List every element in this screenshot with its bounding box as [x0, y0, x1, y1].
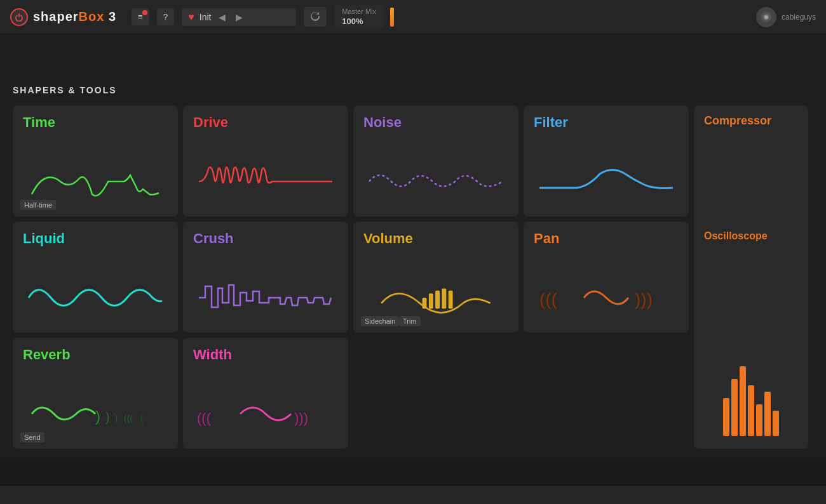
shapers-grid: Time Half-time Drive Noise — [13, 105, 813, 449]
tile-crush-label: Crush — [193, 230, 338, 247]
tile-volume-label: Volume — [363, 230, 508, 247]
tile-noise[interactable]: Noise — [353, 105, 518, 216]
svg-rect-4 — [429, 293, 433, 308]
svg-rect-5 — [435, 291, 440, 308]
svg-text:(((: ((( — [124, 413, 133, 423]
tile-noise-graphic — [363, 159, 508, 204]
svg-text:): ) — [105, 410, 110, 424]
svg-rect-6 — [442, 288, 446, 308]
svg-text:(: ( — [140, 410, 144, 424]
master-mix-bar — [390, 8, 394, 27]
tile-time[interactable]: Time Half-time — [13, 105, 178, 216]
tile-time-graphic — [23, 159, 168, 204]
master-mix: Master Mix 100% — [334, 5, 384, 29]
cableguys-label: cableguys — [782, 13, 816, 22]
tile-volume[interactable]: Volume Sidechain Trim — [353, 222, 518, 333]
favorite-icon: ♥ — [188, 11, 194, 23]
svg-text:(((: ((( — [539, 289, 558, 309]
tile-liquid-graphic — [23, 275, 168, 320]
tile-volume-tag-trim: Trim — [399, 316, 421, 326]
refresh-button[interactable] — [304, 7, 327, 27]
tile-filter[interactable]: Filter — [524, 105, 689, 216]
tile-pan-label: Pan — [534, 230, 679, 247]
tile-volume-graphic — [363, 275, 508, 320]
tile-liquid-label: Liquid — [23, 230, 168, 247]
cableguys-logo — [756, 7, 776, 27]
master-mix-label: Master Mix — [342, 8, 376, 15]
tile-drive-graphic — [193, 159, 338, 204]
notification-badge — [142, 10, 147, 15]
master-mix-container: Master Mix 100% — [334, 5, 394, 29]
svg-text:): ) — [114, 413, 118, 423]
help-icon: ? — [163, 12, 168, 22]
tile-time-label: Time — [23, 114, 168, 131]
tile-liquid[interactable]: Liquid — [13, 222, 178, 333]
cableguys-branding: cableguys — [756, 7, 816, 27]
tile-compressor-label: Compressor — [704, 114, 798, 128]
master-mix-value: 100% — [342, 17, 363, 26]
tile-filter-graphic — [534, 159, 679, 204]
tile-reverb-label: Reverb — [23, 347, 168, 363]
footer — [0, 485, 826, 504]
svg-rect-3 — [423, 298, 427, 308]
svg-rect-7 — [449, 291, 453, 308]
tile-width[interactable]: Width ((( ))) — [183, 338, 348, 449]
svg-point-2 — [765, 16, 768, 18]
tile-drive-label: Drive — [193, 114, 338, 131]
svg-text:))): ))) — [294, 410, 308, 426]
header: shaperBox 3 ≡ ? ♥ Init ◀ ▶ Master Mix 10… — [0, 0, 826, 34]
tile-noise-label: Noise — [363, 114, 508, 131]
tile-width-graphic: ((( ))) — [193, 392, 338, 436]
next-preset-button[interactable]: ▶ — [233, 11, 245, 23]
tile-crush-graphic — [193, 275, 338, 320]
tile-volume-tag-sidechain: Sidechain — [361, 316, 399, 326]
tile-reverb[interactable]: Reverb ) ) ) ((( ( Send — [13, 338, 178, 449]
top-banner — [0, 34, 826, 72]
tile-time-tag: Half-time — [20, 200, 56, 210]
svg-text:): ) — [95, 408, 100, 425]
svg-text:(((: ((( — [197, 410, 212, 426]
tile-pan[interactable]: Pan ((( ))) — [524, 222, 689, 333]
logo-area: shaperBox 3 — [10, 8, 116, 26]
tile-width-label: Width — [193, 347, 338, 363]
tile-filter-label: Filter — [534, 114, 679, 131]
app-logo: shaperBox 3 — [33, 10, 116, 24]
tile-drive[interactable]: Drive — [183, 105, 348, 216]
menu-button[interactable]: ≡ — [132, 8, 149, 25]
tile-reverb-graphic: ) ) ) ((( ( — [23, 392, 168, 436]
help-button[interactable]: ? — [157, 8, 174, 25]
svg-text:))): ))) — [635, 289, 653, 309]
main-content: SHAPERS & TOOLS Time Half-time Drive Noi… — [0, 72, 826, 461]
tile-reverb-tag: Send — [20, 432, 44, 442]
preset-name: Init — [200, 12, 212, 22]
section-title: SHAPERS & TOOLS — [13, 85, 813, 95]
tile-oscilloscope[interactable]: Oscilloscope — [694, 222, 808, 449]
tile-crush[interactable]: Crush — [183, 222, 348, 333]
tile-oscilloscope-label: Oscilloscope — [704, 230, 798, 242]
tile-oscilloscope-graphic — [704, 360, 798, 436]
preset-area: ♥ Init ◀ ▶ — [182, 8, 296, 26]
tile-pan-graphic: ((( ))) — [534, 275, 679, 320]
power-button[interactable] — [10, 8, 28, 26]
prev-preset-button[interactable]: ◀ — [216, 11, 228, 23]
